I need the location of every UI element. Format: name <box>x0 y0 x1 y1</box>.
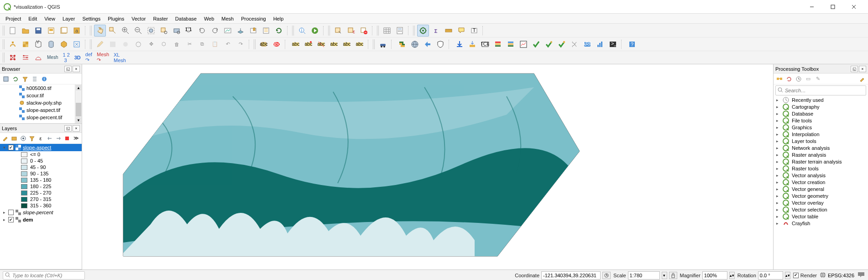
change-label-icon[interactable]: abc <box>354 38 366 50</box>
expand-icon[interactable]: ▸ <box>776 194 780 198</box>
crayfish-123-icon[interactable]: 1 2 3 <box>61 52 71 63</box>
plugin-car-icon[interactable] <box>377 38 389 50</box>
add-feature-icon[interactable] <box>120 38 131 50</box>
scale-lock-icon[interactable] <box>669 272 677 279</box>
select-features-icon[interactable] <box>332 25 344 37</box>
coord-toggle-icon[interactable] <box>602 272 611 279</box>
toolbar-grip[interactable] <box>254 39 256 49</box>
toolbar-grip[interactable] <box>90 39 92 49</box>
crayfish-def-icon[interactable]: def↷ <box>84 52 94 63</box>
refresh-icon[interactable] <box>273 25 285 37</box>
layer-dem[interactable]: ▸ dem <box>0 216 82 223</box>
zoom-next-icon[interactable] <box>209 25 221 37</box>
expand-icon[interactable]: ▸ <box>776 159 780 164</box>
show-layout-manager-icon[interactable] <box>58 25 70 37</box>
identify-icon[interactable]: i <box>296 25 308 37</box>
zoom-native-icon[interactable]: 1:1 <box>183 25 195 37</box>
save-edits-icon[interactable] <box>107 38 119 50</box>
toolbox-group[interactable]: ▸Graphics <box>774 124 868 131</box>
expand-toggle-icon[interactable]: ▸ <box>2 210 6 215</box>
stack-blue-icon[interactable] <box>505 38 517 50</box>
magnifier-input[interactable] <box>702 271 727 280</box>
toolbox-options-icon[interactable] <box>858 75 866 83</box>
pan-to-selection-icon[interactable] <box>107 25 119 37</box>
toolbox-group[interactable]: ▸Crayfish <box>774 220 868 227</box>
browser-item[interactable]: scour.tif <box>0 92 82 99</box>
show-bookmarks-icon[interactable] <box>260 25 272 37</box>
new-project-icon[interactable] <box>7 25 19 37</box>
toolbox-reload-icon[interactable] <box>785 75 793 83</box>
expand-icon[interactable]: ▸ <box>776 207 780 212</box>
browser-filter-icon[interactable] <box>21 75 29 83</box>
render-checkbox[interactable] <box>793 273 799 278</box>
layers-expression-icon[interactable]: ε <box>37 134 44 143</box>
toolbox-history-icon[interactable] <box>795 75 803 83</box>
toolbar-grip[interactable] <box>413 26 415 36</box>
toolbox-group[interactable]: ▸Cartography <box>774 103 868 110</box>
layers-collapse-icon[interactable] <box>55 134 62 143</box>
menu-plugins[interactable]: Plugins <box>104 15 128 22</box>
toggle-editing-icon[interactable] <box>94 38 106 50</box>
mesh-label[interactable]: Mesh <box>45 52 60 63</box>
toolbox-results-icon[interactable]: ▭ <box>804 75 812 83</box>
toolbox-model-icon[interactable] <box>775 75 784 83</box>
rotation-stepper-icon[interactable]: ▴▾ <box>785 272 790 279</box>
layer-visibility-checkbox[interactable] <box>8 145 14 150</box>
measure-line-icon[interactable] <box>443 25 455 37</box>
paste-features-icon[interactable]: 📋 <box>209 38 221 50</box>
cut-features-icon[interactable]: ✂ <box>183 38 195 50</box>
toolbox-search[interactable] <box>775 85 866 95</box>
copy-features-icon[interactable]: ⧉ <box>196 38 208 50</box>
layers-close-icon[interactable]: × <box>73 125 80 132</box>
menu-database[interactable]: Database <box>172 15 200 22</box>
mesh-tool2-icon[interactable] <box>20 52 31 63</box>
browser-properties-icon[interactable]: i <box>40 75 48 83</box>
locator-input[interactable] <box>12 273 83 278</box>
pin-label-icon[interactable]: abc <box>303 38 314 50</box>
crayfish-mesh2-icon[interactable]: Mesh↷ <box>95 52 111 63</box>
toolbox-group[interactable]: ▸Vector geometry <box>774 192 868 199</box>
check-green3-icon[interactable] <box>556 38 568 50</box>
plugin-blue-arrow-icon[interactable] <box>422 38 434 50</box>
menu-mesh[interactable]: Mesh <box>218 15 237 22</box>
browser-item[interactable]: slackw-poly.shp <box>0 99 82 106</box>
expand-icon[interactable]: ▸ <box>776 180 780 185</box>
statistical-summary-icon[interactable]: Σ <box>430 25 442 37</box>
toolbox-group[interactable]: ▸Layer tools <box>774 137 868 144</box>
expand-icon[interactable]: ▸ <box>776 118 780 123</box>
toolbox-undock-icon[interactable]: ◱ <box>851 66 858 72</box>
browser-undock-icon[interactable]: ◱ <box>64 66 72 72</box>
toolbox-group[interactable]: ▸Database <box>774 110 868 117</box>
toolbar-grip[interactable] <box>377 26 379 36</box>
toolbox-group[interactable]: ▸Vector analysis <box>774 172 868 179</box>
layer-slope-aspect[interactable]: ▾ slope-aspect <box>0 144 82 151</box>
arr-badge-icon[interactable]: ARR <box>581 38 593 50</box>
menu-vector[interactable]: Vector <box>128 15 149 22</box>
layers-undock-icon[interactable]: ◱ <box>64 125 72 132</box>
redo-icon[interactable]: ↷ <box>235 38 246 50</box>
layers-manage-themes-icon[interactable] <box>20 134 27 143</box>
toolbox-group[interactable]: ▸Vector table <box>774 213 868 220</box>
menu-layer[interactable]: Layer <box>59 15 79 22</box>
rotate-label-icon[interactable]: abc <box>341 38 353 50</box>
toolbar-grip[interactable] <box>90 26 92 36</box>
toolbox-group[interactable]: ▸Vector general <box>774 185 868 192</box>
layers-add-group-icon[interactable] <box>10 134 18 143</box>
toolbox-group[interactable]: ▸File tools <box>774 117 868 124</box>
import-icon[interactable] <box>466 38 478 50</box>
layers-expand-icon[interactable] <box>46 134 53 143</box>
highlight-label-icon[interactable]: abc <box>290 38 302 50</box>
browser-close-icon[interactable]: × <box>73 66 80 72</box>
deselect-icon[interactable] <box>358 25 370 37</box>
clip-icon[interactable] <box>569 38 580 50</box>
expand-icon[interactable]: ▸ <box>776 111 780 116</box>
add-vector-layer-icon[interactable] <box>7 38 19 50</box>
move-label-icon[interactable]: abc <box>328 38 340 50</box>
zoom-to-layer-icon[interactable] <box>171 25 183 37</box>
zoom-to-selection-icon[interactable] <box>158 25 170 37</box>
browser-add-icon[interactable] <box>2 75 10 83</box>
magnifier-stepper-icon[interactable]: ▴▾ <box>729 272 735 279</box>
add-raster-layer-icon[interactable] <box>20 38 31 50</box>
expand-icon[interactable]: ▸ <box>776 153 780 157</box>
menu-project[interactable]: Project <box>2 15 25 22</box>
